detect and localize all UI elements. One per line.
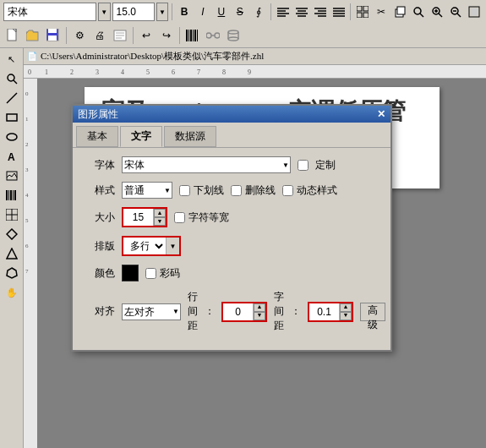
- image-tool[interactable]: [3, 167, 21, 185]
- italic-button[interactable]: I: [194, 3, 211, 21]
- advanced-button[interactable]: 高级: [360, 303, 385, 321]
- toolbar-row1: ▼ ▼ B I U S ∮: [0, 0, 486, 24]
- charspacing-input[interactable]: [309, 303, 340, 320]
- tab-text[interactable]: 文字: [120, 126, 162, 147]
- strikethrough-checkbox[interactable]: [231, 185, 242, 196]
- settings-button[interactable]: ⚙: [70, 26, 89, 45]
- connect-icon: [206, 30, 220, 41]
- svg-marker-72: [7, 249, 17, 259]
- font-name-dropdown[interactable]: ▼: [98, 3, 111, 21]
- layout-select-wrapper: 多行 单行 ▼: [122, 236, 181, 256]
- open-icon: [26, 29, 40, 42]
- table-tool[interactable]: [3, 205, 21, 224]
- left-toolbox: ↖ A: [0, 48, 24, 448]
- size-input[interactable]: [123, 209, 154, 226]
- svg-text:3: 3: [96, 68, 99, 76]
- open-button[interactable]: [24, 26, 42, 45]
- customize-checkbox[interactable]: [298, 160, 309, 171]
- svg-rect-65: [10, 190, 12, 200]
- underline-label: 下划线: [194, 183, 224, 198]
- copy-button[interactable]: [391, 3, 408, 21]
- charspacing-spin-down[interactable]: ▼: [340, 312, 352, 320]
- move-tool[interactable]: ✋: [3, 283, 21, 302]
- linespacing-spin-down[interactable]: ▼: [254, 312, 265, 320]
- save-button[interactable]: [44, 26, 63, 45]
- sep3: [350, 3, 351, 20]
- align-select[interactable]: 左对齐 居中 右对齐: [122, 303, 181, 320]
- tab-datasource[interactable]: 数据源: [164, 126, 216, 147]
- underline-checkbox[interactable]: [179, 185, 190, 196]
- text-tool[interactable]: A: [3, 147, 21, 166]
- align-row: 对齐 左对齐 居中 右对齐 ▼ 行间距: [85, 290, 379, 333]
- zoom-tool-icon: [6, 73, 18, 85]
- align-left-button[interactable]: [275, 3, 292, 21]
- align-center-button[interactable]: [293, 3, 310, 21]
- print-button[interactable]: 🖨: [90, 26, 109, 45]
- polygon-tool[interactable]: [3, 264, 21, 282]
- grid-button[interactable]: [354, 3, 371, 21]
- font-name-input[interactable]: [3, 3, 96, 21]
- redo-button[interactable]: ↪: [157, 26, 176, 45]
- fit-button[interactable]: [466, 3, 483, 21]
- linespacing-input-wrapper: ▲ ▼: [221, 302, 267, 322]
- barcode-button[interactable]: [183, 26, 202, 45]
- rhombus-tool[interactable]: [3, 225, 21, 243]
- fit-icon: [468, 6, 480, 18]
- tab-basic[interactable]: 基本: [76, 126, 118, 147]
- svg-text:3: 3: [25, 167, 29, 173]
- dialog-close-button[interactable]: ✕: [377, 108, 385, 121]
- font-select[interactable]: 宋体: [122, 156, 291, 173]
- linespacing-label: 行间距: [188, 290, 198, 333]
- colorcode-checkbox[interactable]: [145, 268, 156, 279]
- size-spin-up[interactable]: ▲: [154, 209, 166, 217]
- linespacing-spin-up[interactable]: ▲: [254, 303, 265, 312]
- svg-text:4: 4: [121, 68, 124, 76]
- svg-rect-48: [197, 30, 198, 41]
- text-tool-icon: A: [6, 150, 18, 162]
- align-justify-button[interactable]: [330, 3, 347, 21]
- bold-button[interactable]: B: [176, 3, 193, 21]
- font-size-input[interactable]: [112, 3, 155, 21]
- layout-select[interactable]: 多行 单行: [123, 238, 166, 254]
- style-select[interactable]: 普通: [122, 182, 172, 199]
- zoom-in-button[interactable]: [429, 3, 445, 21]
- undo-button[interactable]: ↩: [137, 26, 156, 45]
- color-swatch[interactable]: [122, 265, 139, 281]
- database-button[interactable]: [224, 26, 243, 45]
- svg-point-55: [228, 37, 238, 41]
- svg-text:4: 4: [25, 192, 29, 199]
- font-size-dropdown[interactable]: ▼: [156, 3, 169, 21]
- zoom-tool[interactable]: [3, 69, 21, 88]
- align-right-button[interactable]: [312, 3, 329, 21]
- charspacing-spin-up[interactable]: ▲: [340, 303, 352, 312]
- underline-button[interactable]: U: [213, 3, 230, 21]
- line-tool[interactable]: [3, 89, 21, 107]
- layout-select-arrow[interactable]: ▼: [166, 238, 179, 254]
- special-button[interactable]: ∮: [250, 3, 267, 21]
- select-tool[interactable]: ↖: [3, 50, 21, 68]
- svg-rect-37: [48, 29, 57, 33]
- new-button[interactable]: [3, 26, 22, 45]
- linespacing-input[interactable]: [223, 303, 254, 320]
- barcode-tool[interactable]: [3, 186, 21, 205]
- connect-button[interactable]: [204, 26, 222, 45]
- polygon-tool-icon: [6, 267, 18, 279]
- search-button[interactable]: [410, 3, 427, 21]
- line-tool-icon: [6, 92, 18, 104]
- svg-text:6: 6: [25, 243, 29, 249]
- size-spin-down[interactable]: ▼: [154, 217, 166, 226]
- cut-button[interactable]: ✂: [373, 3, 390, 21]
- svg-text:1: 1: [25, 116, 29, 123]
- zoom-out-icon: [450, 6, 461, 18]
- strike-button[interactable]: S: [232, 3, 248, 21]
- ellipse-tool[interactable]: [3, 128, 21, 146]
- triangle-tool[interactable]: [3, 244, 21, 263]
- copy-icon: [394, 6, 406, 18]
- charwidth-checkbox[interactable]: [174, 212, 185, 223]
- preview-button[interactable]: [111, 26, 129, 45]
- zoom-out-button[interactable]: [447, 3, 464, 21]
- dynamic-checkbox[interactable]: [282, 185, 293, 196]
- toolbar-container: ▼ ▼ B I U S ∮: [0, 0, 486, 48]
- strikethrough-group: 删除线: [231, 183, 276, 198]
- rect-tool[interactable]: [3, 108, 21, 127]
